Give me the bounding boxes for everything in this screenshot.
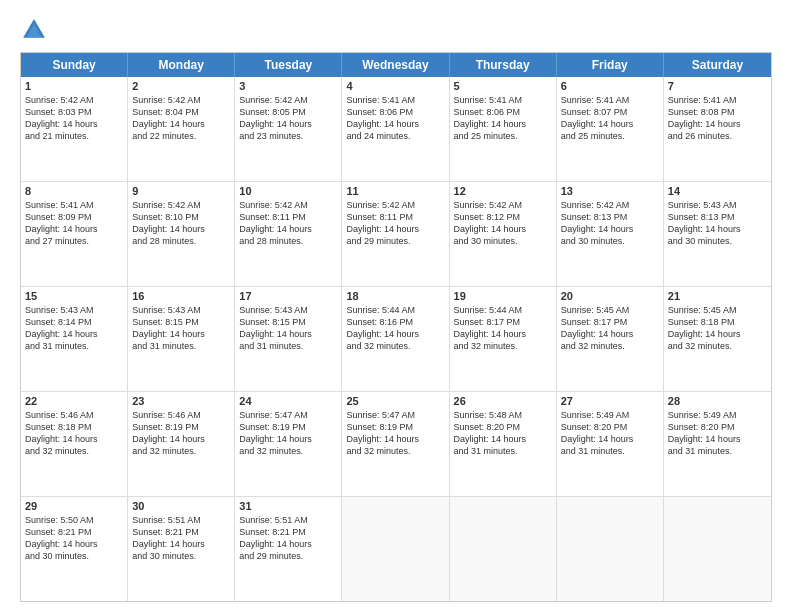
logo-icon [20, 16, 48, 44]
day-number: 27 [561, 395, 659, 407]
cell-info: Sunrise: 5:45 AMSunset: 8:18 PMDaylight:… [668, 304, 767, 353]
day-number: 12 [454, 185, 552, 197]
day-number: 6 [561, 80, 659, 92]
page: SundayMondayTuesdayWednesdayThursdayFrid… [0, 0, 792, 612]
cell-info: Sunrise: 5:43 AMSunset: 8:15 PMDaylight:… [239, 304, 337, 353]
day-number: 15 [25, 290, 123, 302]
cell-info: Sunrise: 5:47 AMSunset: 8:19 PMDaylight:… [239, 409, 337, 458]
cal-cell [450, 497, 557, 601]
cal-cell: 6Sunrise: 5:41 AMSunset: 8:07 PMDaylight… [557, 77, 664, 181]
cell-info: Sunrise: 5:42 AMSunset: 8:05 PMDaylight:… [239, 94, 337, 143]
day-number: 26 [454, 395, 552, 407]
cell-info: Sunrise: 5:42 AMSunset: 8:04 PMDaylight:… [132, 94, 230, 143]
cal-cell: 7Sunrise: 5:41 AMSunset: 8:08 PMDaylight… [664, 77, 771, 181]
day-number: 8 [25, 185, 123, 197]
day-number: 31 [239, 500, 337, 512]
cal-cell: 22Sunrise: 5:46 AMSunset: 8:18 PMDayligh… [21, 392, 128, 496]
cal-cell: 14Sunrise: 5:43 AMSunset: 8:13 PMDayligh… [664, 182, 771, 286]
cell-info: Sunrise: 5:42 AMSunset: 8:03 PMDaylight:… [25, 94, 123, 143]
cell-info: Sunrise: 5:51 AMSunset: 8:21 PMDaylight:… [132, 514, 230, 563]
cell-info: Sunrise: 5:51 AMSunset: 8:21 PMDaylight:… [239, 514, 337, 563]
cell-info: Sunrise: 5:49 AMSunset: 8:20 PMDaylight:… [561, 409, 659, 458]
cell-info: Sunrise: 5:44 AMSunset: 8:16 PMDaylight:… [346, 304, 444, 353]
cal-cell: 1Sunrise: 5:42 AMSunset: 8:03 PMDaylight… [21, 77, 128, 181]
header-day-monday: Monday [128, 53, 235, 77]
logo [20, 16, 50, 44]
week-row-4: 22Sunrise: 5:46 AMSunset: 8:18 PMDayligh… [21, 392, 771, 497]
cell-info: Sunrise: 5:42 AMSunset: 8:10 PMDaylight:… [132, 199, 230, 248]
week-row-2: 8Sunrise: 5:41 AMSunset: 8:09 PMDaylight… [21, 182, 771, 287]
cal-cell: 26Sunrise: 5:48 AMSunset: 8:20 PMDayligh… [450, 392, 557, 496]
cal-cell: 24Sunrise: 5:47 AMSunset: 8:19 PMDayligh… [235, 392, 342, 496]
cal-cell [557, 497, 664, 601]
cell-info: Sunrise: 5:42 AMSunset: 8:11 PMDaylight:… [239, 199, 337, 248]
cell-info: Sunrise: 5:41 AMSunset: 8:06 PMDaylight:… [346, 94, 444, 143]
cell-info: Sunrise: 5:41 AMSunset: 8:07 PMDaylight:… [561, 94, 659, 143]
day-number: 4 [346, 80, 444, 92]
cal-cell: 23Sunrise: 5:46 AMSunset: 8:19 PMDayligh… [128, 392, 235, 496]
cal-cell: 13Sunrise: 5:42 AMSunset: 8:13 PMDayligh… [557, 182, 664, 286]
day-number: 1 [25, 80, 123, 92]
cell-info: Sunrise: 5:48 AMSunset: 8:20 PMDaylight:… [454, 409, 552, 458]
cell-info: Sunrise: 5:46 AMSunset: 8:19 PMDaylight:… [132, 409, 230, 458]
cal-cell: 4Sunrise: 5:41 AMSunset: 8:06 PMDaylight… [342, 77, 449, 181]
day-number: 11 [346, 185, 444, 197]
cal-cell: 31Sunrise: 5:51 AMSunset: 8:21 PMDayligh… [235, 497, 342, 601]
cell-info: Sunrise: 5:50 AMSunset: 8:21 PMDaylight:… [25, 514, 123, 563]
cal-cell: 9Sunrise: 5:42 AMSunset: 8:10 PMDaylight… [128, 182, 235, 286]
header [20, 16, 772, 44]
cal-cell: 25Sunrise: 5:47 AMSunset: 8:19 PMDayligh… [342, 392, 449, 496]
cell-info: Sunrise: 5:45 AMSunset: 8:17 PMDaylight:… [561, 304, 659, 353]
cell-info: Sunrise: 5:43 AMSunset: 8:14 PMDaylight:… [25, 304, 123, 353]
day-number: 9 [132, 185, 230, 197]
cell-info: Sunrise: 5:42 AMSunset: 8:11 PMDaylight:… [346, 199, 444, 248]
day-number: 16 [132, 290, 230, 302]
cal-cell: 16Sunrise: 5:43 AMSunset: 8:15 PMDayligh… [128, 287, 235, 391]
header-day-thursday: Thursday [450, 53, 557, 77]
cal-cell: 28Sunrise: 5:49 AMSunset: 8:20 PMDayligh… [664, 392, 771, 496]
cal-cell: 18Sunrise: 5:44 AMSunset: 8:16 PMDayligh… [342, 287, 449, 391]
cal-cell: 21Sunrise: 5:45 AMSunset: 8:18 PMDayligh… [664, 287, 771, 391]
day-number: 22 [25, 395, 123, 407]
cell-info: Sunrise: 5:41 AMSunset: 8:09 PMDaylight:… [25, 199, 123, 248]
day-number: 7 [668, 80, 767, 92]
day-number: 10 [239, 185, 337, 197]
day-number: 28 [668, 395, 767, 407]
cal-cell: 5Sunrise: 5:41 AMSunset: 8:06 PMDaylight… [450, 77, 557, 181]
cal-cell: 30Sunrise: 5:51 AMSunset: 8:21 PMDayligh… [128, 497, 235, 601]
cal-cell: 12Sunrise: 5:42 AMSunset: 8:12 PMDayligh… [450, 182, 557, 286]
cal-cell: 19Sunrise: 5:44 AMSunset: 8:17 PMDayligh… [450, 287, 557, 391]
day-number: 2 [132, 80, 230, 92]
week-row-1: 1Sunrise: 5:42 AMSunset: 8:03 PMDaylight… [21, 77, 771, 182]
day-number: 17 [239, 290, 337, 302]
cal-cell: 8Sunrise: 5:41 AMSunset: 8:09 PMDaylight… [21, 182, 128, 286]
day-number: 19 [454, 290, 552, 302]
cell-info: Sunrise: 5:42 AMSunset: 8:12 PMDaylight:… [454, 199, 552, 248]
cell-info: Sunrise: 5:41 AMSunset: 8:08 PMDaylight:… [668, 94, 767, 143]
cell-info: Sunrise: 5:46 AMSunset: 8:18 PMDaylight:… [25, 409, 123, 458]
week-row-5: 29Sunrise: 5:50 AMSunset: 8:21 PMDayligh… [21, 497, 771, 601]
cell-info: Sunrise: 5:49 AMSunset: 8:20 PMDaylight:… [668, 409, 767, 458]
cal-cell: 3Sunrise: 5:42 AMSunset: 8:05 PMDaylight… [235, 77, 342, 181]
cal-cell: 2Sunrise: 5:42 AMSunset: 8:04 PMDaylight… [128, 77, 235, 181]
day-number: 3 [239, 80, 337, 92]
day-number: 20 [561, 290, 659, 302]
cell-info: Sunrise: 5:47 AMSunset: 8:19 PMDaylight:… [346, 409, 444, 458]
header-day-friday: Friday [557, 53, 664, 77]
header-day-sunday: Sunday [21, 53, 128, 77]
cell-info: Sunrise: 5:44 AMSunset: 8:17 PMDaylight:… [454, 304, 552, 353]
day-number: 13 [561, 185, 659, 197]
cal-cell: 29Sunrise: 5:50 AMSunset: 8:21 PMDayligh… [21, 497, 128, 601]
cal-cell: 15Sunrise: 5:43 AMSunset: 8:14 PMDayligh… [21, 287, 128, 391]
cell-info: Sunrise: 5:43 AMSunset: 8:15 PMDaylight:… [132, 304, 230, 353]
day-number: 14 [668, 185, 767, 197]
day-number: 30 [132, 500, 230, 512]
cal-cell [342, 497, 449, 601]
cell-info: Sunrise: 5:43 AMSunset: 8:13 PMDaylight:… [668, 199, 767, 248]
cal-cell: 27Sunrise: 5:49 AMSunset: 8:20 PMDayligh… [557, 392, 664, 496]
cell-info: Sunrise: 5:41 AMSunset: 8:06 PMDaylight:… [454, 94, 552, 143]
cal-cell: 10Sunrise: 5:42 AMSunset: 8:11 PMDayligh… [235, 182, 342, 286]
cell-info: Sunrise: 5:42 AMSunset: 8:13 PMDaylight:… [561, 199, 659, 248]
day-number: 25 [346, 395, 444, 407]
cal-cell [664, 497, 771, 601]
